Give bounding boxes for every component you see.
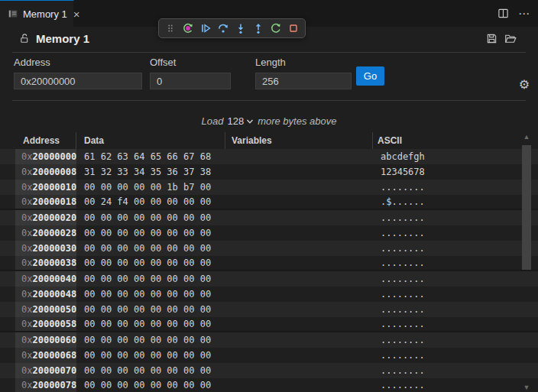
row-variables	[225, 195, 373, 209]
row-spacer	[0, 195, 15, 209]
row-data[interactable]: 00 00 00 00 00 00 00 00	[76, 332, 225, 348]
row-data[interactable]: 00 00 00 00 00 00 00 00	[76, 302, 225, 317]
address-input[interactable]	[14, 73, 142, 89]
offset-label: Offset	[150, 57, 231, 68]
row-address: 0x20000050	[15, 302, 76, 317]
row-ascii[interactable]: ........	[373, 317, 504, 331]
save-icon[interactable]	[486, 33, 497, 44]
row-ascii[interactable]: ........	[373, 348, 504, 363]
row-data[interactable]: 00 00 00 00 00 1b b7 00	[76, 180, 225, 195]
settings-gear-icon[interactable]: ⚙	[519, 79, 530, 91]
row-data[interactable]: 00 00 00 00 00 00 00 00	[76, 210, 225, 225]
scrollbar-thumb[interactable]	[522, 145, 531, 270]
row-variables	[225, 271, 373, 287]
row-address: 0x20000000	[15, 149, 76, 164]
header-address[interactable]: Address	[15, 132, 76, 149]
row-ascii[interactable]: ........	[373, 180, 504, 195]
row-ascii[interactable]: abcdefgh	[373, 149, 504, 164]
row-spacer	[0, 256, 15, 270]
offset-input[interactable]	[150, 73, 231, 89]
row-data[interactable]: 31 32 33 34 35 36 37 38	[76, 164, 225, 180]
scroll-down-icon[interactable]: ▼	[523, 384, 530, 390]
row-spacer	[0, 210, 15, 225]
row-spacer	[0, 225, 15, 241]
restart-icon[interactable]	[268, 21, 284, 36]
stop-icon[interactable]	[286, 21, 301, 36]
row-ascii[interactable]: ........	[373, 210, 504, 225]
row-ascii[interactable]: ........	[373, 363, 504, 378]
length-input[interactable]	[255, 73, 352, 89]
row-spacer	[0, 271, 15, 287]
length-field-group: Length	[255, 57, 352, 89]
memory-row: 0x2000002000 00 00 00 00 00 00 00.......…	[0, 210, 538, 225]
row-ascii[interactable]: ........	[373, 332, 504, 348]
row-address: 0x20000078	[15, 378, 76, 392]
row-ascii[interactable]: ........	[373, 378, 504, 392]
load-more-control: Load128more bytes above	[0, 115, 538, 127]
go-button[interactable]: Go	[356, 66, 384, 86]
row-data[interactable]: 00 00 00 00 00 00 00 00	[76, 271, 225, 287]
scroll-up-icon[interactable]: ▲	[523, 134, 530, 140]
load-count-select[interactable]: 128	[227, 115, 254, 127]
row-ascii[interactable]: ........	[373, 256, 504, 270]
memory-row: 0x2000000831 32 33 34 35 36 37 381234567…	[0, 164, 538, 180]
row-ascii[interactable]: ........	[373, 225, 504, 241]
header-variables[interactable]: Variables	[225, 132, 373, 149]
panel-title: Memory 1	[36, 32, 89, 45]
memory-row: 0x2000000061 62 63 64 65 66 67 68abcdefg…	[0, 149, 538, 164]
row-spacer	[0, 332, 15, 348]
debug-toolbar	[158, 18, 306, 38]
row-ascii[interactable]: 12345678	[373, 164, 504, 180]
open-folder-icon[interactable]	[504, 33, 517, 44]
memory-file-icon	[8, 8, 18, 19]
row-data[interactable]: 00 00 00 00 00 00 00 00	[76, 348, 225, 363]
row-ascii[interactable]: ........	[373, 302, 504, 317]
step-over-icon[interactable]	[216, 21, 231, 36]
row-ascii[interactable]: .$......	[373, 195, 504, 209]
memory-table-header: Address Data Variables ASCII	[0, 132, 520, 149]
unlock-icon[interactable]	[18, 33, 30, 44]
tab-close-icon[interactable]: ×	[73, 8, 80, 20]
memory-rows: 0x2000000061 62 63 64 65 66 67 68abcdefg…	[0, 149, 538, 392]
row-address: 0x20000008	[15, 164, 76, 180]
header-data[interactable]: Data	[76, 132, 225, 149]
row-ascii[interactable]: ........	[373, 287, 504, 302]
tab-label: Memory 1	[23, 8, 67, 20]
row-data[interactable]: 00 00 00 00 00 00 00 00	[76, 363, 225, 378]
row-address: 0x20000020	[15, 210, 76, 225]
row-data[interactable]: 00 24 f4 00 00 00 00 00	[76, 195, 225, 209]
row-ascii[interactable]: ........	[373, 241, 504, 256]
divider	[12, 100, 526, 101]
toolbar-drag-handle-icon[interactable]	[163, 21, 178, 36]
row-data[interactable]: 61 62 63 64 65 66 67 68	[76, 149, 225, 164]
step-into-icon[interactable]	[233, 21, 248, 36]
split-editor-icon[interactable]	[497, 8, 509, 19]
vertical-scrollbar[interactable]: ▲ ▼	[521, 132, 532, 392]
memory-row: 0x2000003800 00 00 00 00 00 00 00.......…	[0, 256, 538, 271]
address-field-group: Address	[14, 57, 142, 89]
row-data[interactable]: 00 00 00 00 00 00 00 00	[76, 241, 225, 256]
editor-actions: ⋯	[497, 0, 530, 27]
row-data[interactable]: 00 00 00 00 00 00 00 00	[76, 287, 225, 302]
memory-row: 0x2000005800 00 00 00 00 00 00 00.......…	[0, 317, 538, 332]
row-address: 0x20000068	[15, 348, 76, 363]
row-data[interactable]: 00 00 00 00 00 00 00 00	[76, 317, 225, 331]
row-ascii[interactable]: ........	[373, 271, 504, 287]
row-address: 0x20000058	[15, 317, 76, 331]
row-address: 0x20000018	[15, 195, 76, 209]
continue-icon[interactable]	[198, 21, 213, 36]
reverse-continue-icon[interactable]	[180, 21, 196, 36]
memory-row: 0x2000006800 00 00 00 00 00 00 00.......…	[0, 348, 538, 363]
header-ascii[interactable]: ASCII	[373, 132, 504, 149]
row-data[interactable]: 00 00 00 00 00 00 00 00	[76, 225, 225, 241]
row-spacer	[0, 164, 15, 180]
memory-row: 0x2000001800 24 f4 00 00 00 00 00.$.....…	[0, 195, 538, 210]
row-data[interactable]: 00 00 00 00 00 00 00 00	[76, 256, 225, 270]
step-out-icon[interactable]	[251, 21, 266, 36]
tab-memory-1[interactable]: Memory 1 ×	[0, 0, 74, 27]
more-actions-icon[interactable]: ⋯	[518, 7, 530, 21]
chevron-down-icon	[246, 118, 254, 125]
row-address: 0x20000040	[15, 271, 76, 287]
memory-row: 0x2000003000 00 00 00 00 00 00 00.......…	[0, 241, 538, 256]
row-data[interactable]: 00 00 00 00 00 00 00 00	[76, 378, 225, 392]
